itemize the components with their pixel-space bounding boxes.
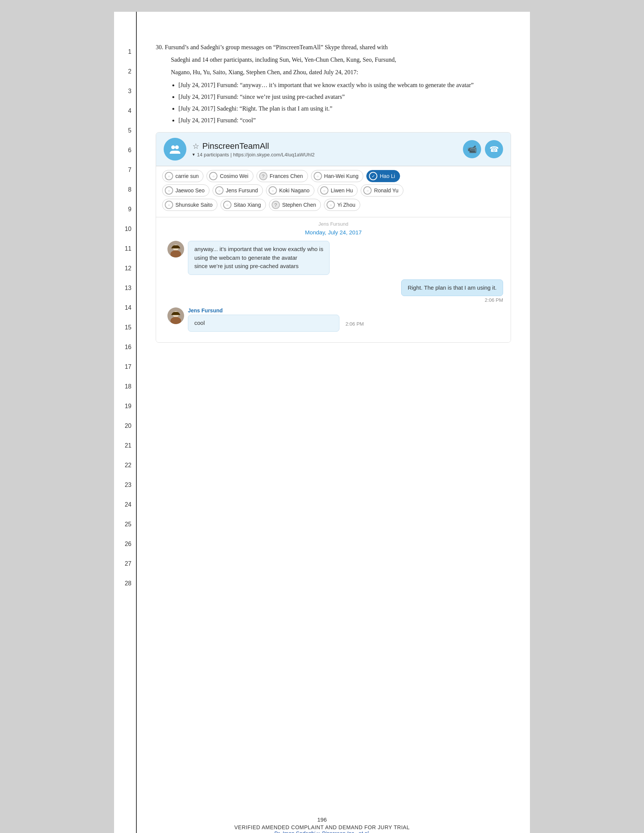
line-2: 2	[114, 62, 136, 81]
footer-line1: VERIFIED AMENDED COMPLAINT AND DEMAND FO…	[114, 824, 530, 830]
line-27: 27	[114, 554, 136, 574]
line-4: 4	[114, 101, 136, 121]
line-28: 28	[114, 574, 136, 593]
participant-name-hao-li: Hao Li	[380, 173, 395, 179]
participants-row-2: ○ Jaewoo Seo ○ Jens Fursund ○ Koki Nagan…	[162, 184, 505, 196]
para-line2: Sadeghi and 14 other participants, inclu…	[156, 55, 511, 65]
participant-koki-nagano[interactable]: ○ Koki Nagano	[266, 184, 314, 196]
chat-area: Jens Fursund Monday, July 24, 2017	[156, 217, 510, 342]
line-22: 22	[114, 455, 136, 475]
line-24: 24	[114, 495, 136, 515]
incoming-message-text-1: anyway... it’s important that we know ex…	[194, 246, 323, 269]
sender2-name: Jens Fursund	[188, 307, 364, 314]
participant-avatar-carrie-sun: ○	[165, 172, 173, 180]
skype-title: PinscreenTeamAll	[202, 141, 269, 151]
line-numbers: 1 2 3 4 5 6 7 8 9 10 11 12 13 14 15 16 1…	[114, 12, 137, 833]
para-line3: Nagano, Hu, Yu, Saito, Xiang, Stephen Ch…	[156, 67, 511, 77]
avatar-jens-fursund	[167, 241, 184, 257]
incoming-bubble-wrap-2: Jens Fursund cool 2:06 PM	[188, 307, 364, 332]
line-20: 20	[114, 416, 136, 436]
participant-name-hanwei-kung: Han-Wei Kung	[324, 173, 359, 179]
participant-hao-li[interactable]: ✓ Hao Li	[366, 170, 400, 182]
line-23: 23	[114, 475, 136, 495]
line-12: 12	[114, 259, 136, 278]
incoming-bubble-2: cool	[188, 315, 340, 332]
phone-call-button[interactable]: ☎	[485, 140, 503, 158]
line-21: 21	[114, 436, 136, 455]
participant-stephen-chen[interactable]: ? Stephen Chen	[269, 199, 321, 211]
participant-avatar-frances-chen: ?	[259, 172, 267, 180]
skype-container: ☆ PinscreenTeamAll ▾ 14 participants | h…	[156, 132, 511, 343]
participant-avatar-hao-li: ✓	[369, 172, 377, 180]
participant-frances-chen[interactable]: ? Frances Chen	[256, 170, 308, 182]
participant-name-frances-chen: Frances Chen	[270, 173, 303, 179]
line-9: 9	[114, 199, 136, 219]
bullet-item-1: [July 24, 2017] Fursund: “anyway… it’s i…	[179, 80, 511, 90]
skype-subtitle: ▾ 14 participants | https://join.skype.c…	[192, 152, 457, 158]
participant-name-liwen-hu: Liwen Hu	[331, 187, 353, 193]
incoming-bubble-1: anyway... it’s important that we know ex…	[188, 241, 330, 275]
participants-row-3: ○ Shunsuke Saito ○ Sitao Xiang ? Stephen…	[162, 199, 505, 211]
participant-hanwei-kung[interactable]: ○ Han-Wei Kung	[311, 170, 364, 182]
participants-area: ○ carrie sun ○ Cosimo Wei ? Frances Chen…	[156, 166, 510, 217]
participant-avatar-cosimo-wei: ○	[209, 172, 217, 180]
page-number: 196	[114, 816, 530, 823]
phone-icon: ☎	[489, 145, 499, 154]
participant-ronald-yu[interactable]: ○ Ronald Yu	[361, 184, 403, 196]
incoming-message-row-1: anyway... it’s important that we know ex…	[164, 241, 503, 275]
outgoing-message-text: Right. The plan is that I am using it.	[407, 285, 497, 291]
chat-date-label: Monday, July 24, 2017	[164, 229, 503, 235]
participant-shunsuke-saito[interactable]: ○ Shunsuke Saito	[162, 199, 217, 211]
skype-actions: 📹 ☎	[463, 140, 503, 158]
participant-yi-zhou[interactable]: ○ Yi Zhou	[324, 199, 360, 211]
para-line1: 30. Fursund’s and Sadeghi’s group messag…	[156, 42, 511, 52]
line-5: 5	[114, 121, 136, 140]
participant-name-jens-fursund: Jens Fursund	[226, 187, 258, 193]
participant-avatar-ronald-yu: ○	[363, 186, 372, 195]
participant-name-shunsuke-saito: Shunsuke Saito	[175, 202, 213, 208]
line-10: 10	[114, 219, 136, 239]
bullet-item-4: [July 24, 2017] Fursund: “cool”	[179, 115, 511, 125]
skype-header-info: ☆ PinscreenTeamAll ▾ 14 participants | h…	[192, 141, 457, 158]
participant-sitao-xiang[interactable]: ○ Sitao Xiang	[221, 199, 266, 211]
line-13: 13	[114, 278, 136, 298]
participant-carrie-sun[interactable]: ○ carrie sun	[162, 170, 203, 182]
outgoing-time: 2:06 PM	[485, 297, 503, 303]
participant-name-jaewoo-seo: Jaewoo Seo	[175, 187, 204, 193]
svg-point-0	[171, 145, 175, 149]
line-11: 11	[114, 239, 136, 259]
participant-name-ronald-yu: Ronald Yu	[374, 187, 398, 193]
bullet-list: [July 24, 2017] Fursund: “anyway… it’s i…	[179, 80, 511, 126]
incoming-bubble-wrap-1: anyway... it’s important that we know ex…	[188, 241, 330, 275]
participant-jens-fursund[interactable]: ○ Jens Fursund	[213, 184, 263, 196]
video-icon: 📹	[467, 145, 477, 154]
outgoing-message-row: Right. The plan is that I am using it. 2…	[164, 280, 503, 303]
participant-avatar-koki-nagano: ○	[269, 186, 277, 195]
video-call-button[interactable]: 📹	[463, 140, 481, 158]
chat-sender-above-label: Jens Fursund	[164, 221, 503, 227]
participant-cosimo-wei[interactable]: ○ Cosimo Wei	[206, 170, 253, 182]
participant-name-sitao-xiang: Sitao Xiang	[234, 202, 261, 208]
incoming-message-row-2: Jens Fursund cool 2:06 PM	[164, 307, 503, 332]
participant-name-stephen-chen: Stephen Chen	[282, 202, 316, 208]
participant-liwen-hu[interactable]: ○ Liwen Hu	[317, 184, 357, 196]
participant-name-carrie-sun: carrie sun	[175, 173, 198, 179]
outgoing-bubble: Right. The plan is that I am using it.	[401, 280, 503, 296]
skype-group-icon	[164, 138, 187, 161]
participant-name-cosimo-wei: Cosimo Wei	[220, 173, 248, 179]
avatar-jens-fursund-2	[167, 307, 184, 324]
participant-avatar-liwen-hu: ○	[320, 186, 328, 195]
participant-avatar-stephen-chen: ?	[272, 201, 280, 209]
participant-jaewoo-seo[interactable]: ○ Jaewoo Seo	[162, 184, 209, 196]
page-footer: 196 VERIFIED AMENDED COMPLAINT AND DEMAN…	[114, 816, 530, 833]
incoming2-time: 2:06 PM	[346, 321, 364, 327]
star-icon: ☆	[192, 142, 199, 151]
line-19: 19	[114, 396, 136, 416]
footer-line2: Dr. Iman Sadeghi v. Pinscreen Inc., et a…	[114, 830, 530, 833]
line-16: 16	[114, 338, 136, 357]
line-15: 15	[114, 318, 136, 338]
participant-avatar-yi-zhou: ○	[327, 201, 335, 209]
participant-name-yi-zhou: Yi Zhou	[337, 202, 355, 208]
skype-header: ☆ PinscreenTeamAll ▾ 14 participants | h…	[156, 132, 510, 166]
line-17: 17	[114, 357, 136, 377]
